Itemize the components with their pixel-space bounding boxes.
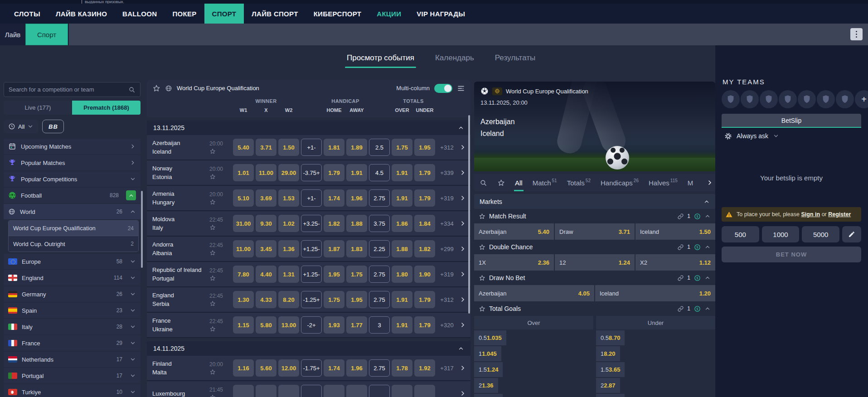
odds-x-button[interactable]: 3.71 <box>256 139 276 156</box>
total-line-button[interactable]: 2.75 <box>369 189 390 207</box>
view-tab[interactable]: Просмотр события <box>347 45 414 71</box>
team-slot[interactable] <box>741 90 759 108</box>
sidebar-quick-link[interactable]: Popular Matches <box>4 155 141 170</box>
main-nav-item[interactable]: ЛАЙВ СПОРТ <box>244 4 305 24</box>
main-nav-item[interactable]: СЛОТЫ <box>6 4 48 24</box>
odds-x-button[interactable] <box>256 385 276 397</box>
collapse-football-button[interactable] <box>126 190 136 200</box>
handicap-home-button[interactable]: 1.82 <box>324 215 344 232</box>
total-line-button[interactable]: 2.25 <box>369 240 390 257</box>
favorite-star-icon[interactable] <box>209 250 216 256</box>
market-header[interactable]: Draw No Bet 1 <box>474 271 715 285</box>
sidebar-country-item[interactable]: Turkiye 10 <box>4 384 141 397</box>
total-over-button[interactable]: 1.80 <box>392 266 412 283</box>
odds-w1-button[interactable]: 1.15 <box>233 316 254 334</box>
total-over-button[interactable]: 1.91 <box>392 164 412 181</box>
handicap-line-button[interactable]: -3.75+ <box>301 164 322 181</box>
chevron-right-icon[interactable] <box>459 169 467 176</box>
odds-x-button[interactable]: 4.33 <box>256 291 276 308</box>
handicap-line-button[interactable]: +1.25- <box>301 240 322 257</box>
team-slot[interactable] <box>760 90 778 108</box>
chevron-right-icon[interactable] <box>459 390 467 397</box>
total-under-button[interactable]: 1.92 <box>414 359 435 377</box>
more-markets-count[interactable]: +312 <box>437 144 457 151</box>
total-over-button[interactable]: 1.91 <box>392 291 412 308</box>
handicap-home-button[interactable] <box>324 385 344 397</box>
chevron-right-icon[interactable] <box>459 220 467 227</box>
view-tab[interactable]: Календарь <box>435 45 474 71</box>
chevron-right-icon[interactable] <box>459 194 467 202</box>
odds-x-button[interactable]: 4.40 <box>256 266 276 283</box>
markets-accordion-header[interactable]: Markets <box>474 194 715 209</box>
market-odds-button[interactable]: Iceland 1.20 <box>595 285 715 301</box>
tabs-scroll-right-icon[interactable] <box>706 179 713 186</box>
total-line-button[interactable]: 2.5 <box>369 139 390 156</box>
chevron-right-icon[interactable] <box>459 245 467 252</box>
market-tab[interactable]: Handicaps26 <box>601 174 639 191</box>
team-names[interactable]: France Ukraine <box>152 316 209 334</box>
handicap-home-button[interactable]: 1.93 <box>324 316 344 334</box>
market-odds-button[interactable]: Draw 3.71 <box>555 223 635 240</box>
date-header[interactable]: 14.11.2025 <box>147 341 470 356</box>
handicap-away-button[interactable]: 1.96 <box>346 359 367 377</box>
total-under-odds-button[interactable]: 0.5 8.70 <box>596 330 625 345</box>
event-row[interactable]: Andorra Albania 22:45 11.00 <box>147 237 470 262</box>
total-under-button[interactable]: 1.95 <box>414 139 435 156</box>
favorite-star-icon[interactable] <box>209 300 216 307</box>
sidebar-country-item[interactable]: England 114 <box>4 270 141 286</box>
team-slot[interactable] <box>779 90 797 108</box>
odds-w2-button[interactable]: 12.00 <box>278 359 299 377</box>
favorite-star-icon[interactable] <box>209 394 216 397</box>
total-under-button[interactable]: 1.84 <box>414 215 435 232</box>
total-line-button[interactable]: 3.75 <box>369 215 390 232</box>
column-layout-icon[interactable] <box>457 84 465 92</box>
team-slot[interactable] <box>817 90 835 108</box>
more-markets-count[interactable]: +339 <box>437 169 457 176</box>
total-over-button[interactable]: 1.91 <box>392 189 412 207</box>
more-markets-count[interactable]: +312 <box>437 296 457 303</box>
market-tab[interactable]: Halves115 <box>649 174 678 191</box>
sidebar-country-item[interactable]: Europe 58 <box>4 254 141 269</box>
team-slot[interactable] <box>722 90 740 108</box>
market-header[interactable]: Double Chance 1 <box>474 240 715 254</box>
edit-stake-button[interactable] <box>842 226 861 242</box>
event-row[interactable]: Finland Malta 20:00 1.16 <box>147 356 470 381</box>
odds-w2-button[interactable]: 1.53 <box>278 189 299 207</box>
chevron-right-icon[interactable] <box>459 144 467 151</box>
team-names[interactable]: Finland Malta <box>152 359 209 377</box>
odds-x-button[interactable]: 11.00 <box>256 164 276 181</box>
total-line-button[interactable] <box>369 385 390 397</box>
handicap-line-button[interactable]: -1.75+ <box>301 359 322 377</box>
sidebar-country-item[interactable]: Germany 26 <box>4 286 141 302</box>
team-names[interactable]: Andorra Albania <box>152 240 209 257</box>
market-odds-button[interactable]: Azerbaijan 4.05 <box>474 285 594 301</box>
market-odds-button[interactable]: X2 1.12 <box>635 254 715 271</box>
handicap-home-button[interactable]: 1.79 <box>324 164 344 181</box>
main-nav-item[interactable]: BALLOON <box>115 4 165 24</box>
stake-preset-button[interactable]: 5000 <box>802 226 839 242</box>
time-filter-dropdown[interactable]: All <box>4 120 38 133</box>
odds-x-button[interactable]: 3.45 <box>256 240 276 257</box>
odds-w2-button[interactable]: 29.00 <box>278 164 299 181</box>
favorite-markets-icon[interactable] <box>497 179 505 187</box>
main-nav-item[interactable]: КИБЕРСПОРТ <box>306 4 369 24</box>
chevron-right-icon[interactable] <box>459 321 467 329</box>
total-line-button[interactable]: 4.5 <box>369 164 390 181</box>
odds-w1-button[interactable]: 5.40 <box>233 139 254 156</box>
handicap-away-button[interactable]: 1.83 <box>346 240 367 257</box>
more-markets-count[interactable]: +334 <box>437 220 457 227</box>
market-odds-button[interactable]: Iceland 1.50 <box>635 223 715 240</box>
event-row[interactable]: Moldova Italy 22:45 31.00 <box>147 211 470 237</box>
add-team-button[interactable]: + <box>855 90 868 108</box>
team-names[interactable]: Republic of Ireland Portugal <box>152 266 209 283</box>
more-markets-count[interactable]: +320 <box>437 322 457 329</box>
sidebar-country-item[interactable]: France 29 <box>4 335 141 351</box>
main-nav-item[interactable]: VIP НАГРАДЫ <box>409 4 473 24</box>
handicap-away-button[interactable]: 1.77 <box>346 316 367 334</box>
odds-w1-button[interactable]: 1.30 <box>233 291 254 308</box>
handicap-away-button[interactable]: 1.96 <box>346 189 367 207</box>
favorite-league-star-icon[interactable] <box>152 84 160 92</box>
total-under-button[interactable] <box>414 385 435 397</box>
total-over-odds-button[interactable]: 2 1.36 <box>474 378 498 393</box>
odds-x-button[interactable]: 5.60 <box>256 359 276 377</box>
